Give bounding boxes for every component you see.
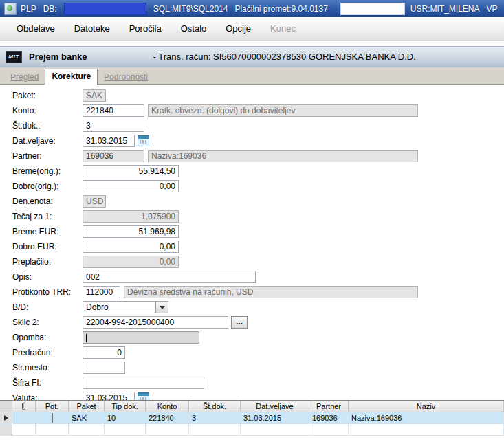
breme-orig-label: Breme(orig.): xyxy=(12,166,83,176)
attachment-column-header[interactable] xyxy=(12,401,36,412)
dobro-eur-field[interactable]: 0,00 xyxy=(83,241,179,253)
titlebar-extra: VP xyxy=(487,4,498,14)
konto-label: Konto: xyxy=(12,106,83,115)
sql-label: SQL:MIT9\SQL2014 xyxy=(153,4,228,14)
preplacilo-label: Preplačilo: xyxy=(12,257,83,267)
col-header-pot[interactable]: Pot. xyxy=(36,401,69,412)
breme-orig-field[interactable]: 55.914,50 xyxy=(83,165,179,177)
field-row-konto: Konto: 221840 Kratk. obvezn. (dolgovi) d… xyxy=(12,103,504,118)
field-row-sifra-fi: Šifra FI: xyxy=(12,375,504,390)
tab-korekture[interactable]: Korekture xyxy=(45,69,98,85)
db-label: DB: xyxy=(43,4,57,14)
protikonto-field[interactable]: 112000 xyxy=(83,286,120,298)
field-row-sklic2: Sklic 2: 22004-994-2015000400 ... xyxy=(12,315,504,330)
sifra-fi-label: Šifra FI: xyxy=(12,378,83,388)
partner-field: 169036 xyxy=(83,150,144,162)
mit-logo-icon: MIT xyxy=(6,51,22,63)
tab-pregled: Pregled xyxy=(4,70,45,84)
preplacilo-field: 0,00 xyxy=(83,256,179,268)
sklic2-browse-button[interactable]: ... xyxy=(231,316,248,329)
cell-pot[interactable] xyxy=(36,412,69,424)
cell-st-dok[interactable]: 3 xyxy=(189,412,241,424)
breme-eur-label: Breme EUR: xyxy=(12,227,83,236)
menu-ostalo[interactable]: Ostalo xyxy=(174,21,214,36)
st-dok-label: Št.dok.: xyxy=(12,121,83,131)
chevron-down-icon xyxy=(160,306,165,309)
col-header-partner[interactable]: Partner xyxy=(309,401,349,412)
cell-tip-dok[interactable]: 10 xyxy=(105,412,146,424)
tecaj-label: Tečaj za 1: xyxy=(12,212,83,221)
str-mesto-field[interactable] xyxy=(83,362,125,374)
promet-label: Plačilni promet:9.04.0137 xyxy=(234,4,327,14)
korekture-form: Paket: SAK Konto: 221840 Kratk. obvezn. … xyxy=(0,85,504,403)
sklic2-label: Sklic 2: xyxy=(12,318,83,327)
opis-field[interactable]: 002 xyxy=(83,271,256,283)
redacted-box xyxy=(340,3,405,15)
paket-field: SAK xyxy=(83,89,106,102)
bd-dropdown[interactable]: Dobro xyxy=(83,301,168,313)
col-header-dat-veljave[interactable]: Dat.veljave xyxy=(241,401,309,412)
field-row-opomba: Opomba: xyxy=(12,330,504,345)
paket-label: Paket: xyxy=(12,91,83,100)
cell-naziv[interactable]: Naziva:169036 xyxy=(349,412,504,424)
app-icon xyxy=(4,3,17,15)
title-bar: PLP DB: SQL:MIT9\SQL2014 Plačilni promet… xyxy=(0,0,504,17)
table-row[interactable]: SAK 10 221840 3 31.03.2015 169036 Naziva… xyxy=(0,412,504,424)
dobro-orig-field[interactable]: 0,00 xyxy=(83,180,179,192)
menu-datoteke[interactable]: Datoteke xyxy=(67,21,117,36)
protikonto-description: Devizna sredstva na računih, USD xyxy=(124,286,418,298)
field-row-breme-eur: Breme EUR: 51.969,98 xyxy=(12,224,504,239)
app-name: PLP xyxy=(21,4,36,14)
cell-paket[interactable]: SAK xyxy=(69,412,105,424)
field-row-tecaj: Tečaj za 1: 1,075900 xyxy=(12,209,504,224)
documents-grid: Pot. Paket Tip dok. Konto Št.dok. Dat.ve… xyxy=(0,400,504,444)
calendar-icon[interactable] xyxy=(138,135,149,146)
col-header-paket[interactable]: Paket xyxy=(69,401,105,412)
protikonto-label: Protikonto TRR: xyxy=(12,287,83,297)
bd-selected-value: Dobro xyxy=(86,302,109,312)
opomba-label: Opomba: xyxy=(12,333,83,342)
field-row-predracun: Predračun: 0 xyxy=(12,345,504,360)
db-value-redacted xyxy=(64,3,146,15)
cell-partner[interactable]: 169036 xyxy=(309,412,349,424)
menu-porocila[interactable]: Poročila xyxy=(122,21,168,36)
col-header-tip-dok[interactable]: Tip dok. xyxy=(105,401,146,412)
dat-veljave-label: Dat.veljave: xyxy=(12,136,83,146)
field-row-bd: B/D: Dobro xyxy=(12,300,504,315)
col-header-st-dok[interactable]: Št.dok. xyxy=(189,401,241,412)
field-row-den-enota: Den.enota: USD xyxy=(12,194,504,209)
menu-opcije[interactable]: Opcije xyxy=(219,21,258,36)
dat-veljave-field[interactable]: 31.03.2015 xyxy=(83,135,135,147)
sklic2-field[interactable]: 22004-994-2015000400 xyxy=(83,316,228,329)
predracun-label: Predračun: xyxy=(12,348,83,357)
field-row-partner: Partner: 169036 Naziva:169036 xyxy=(12,148,504,164)
den-enota-label: Den.enota: xyxy=(12,197,83,206)
paperclip-icon xyxy=(21,402,27,411)
partner-label: Partner: xyxy=(12,151,83,161)
st-dok-field[interactable]: 3 xyxy=(83,120,144,132)
dobro-eur-label: Dobro EUR: xyxy=(12,242,83,252)
field-row-opis: Opis: 002 xyxy=(12,269,504,285)
col-header-naziv[interactable]: Naziv xyxy=(349,401,504,412)
col-header-konto[interactable]: Konto xyxy=(146,401,189,412)
pot-checkbox[interactable] xyxy=(52,413,53,423)
cell-dat-veljave[interactable]: 31.03.2015 xyxy=(241,412,309,424)
partner-description: Naziva:169036 xyxy=(148,150,418,162)
field-row-protikonto: Protikonto TRR: 112000 Devizna sredstva … xyxy=(12,285,504,300)
opis-label: Opis: xyxy=(12,272,83,282)
str-mesto-label: Str.mesto: xyxy=(12,363,83,373)
opomba-field[interactable] xyxy=(83,331,199,344)
field-row-str-mesto: Str.mesto: xyxy=(12,360,504,375)
trans-account-subtitle: - Trans. račun: SI56070000002378530 GORE… xyxy=(153,52,416,62)
predracun-field[interactable]: 0 xyxy=(83,346,125,359)
page-title: Prejem banke xyxy=(29,52,87,62)
tab-strip: Pregled Korekture Podrobnosti xyxy=(0,67,504,85)
field-row-dobro-orig: Dobro(orig.): 0,00 xyxy=(12,179,504,194)
breme-eur-field[interactable]: 51.969,98 xyxy=(83,225,179,238)
cell-attachment xyxy=(12,412,36,424)
konto-field[interactable]: 221840 xyxy=(83,104,144,117)
cell-konto[interactable]: 221840 xyxy=(146,412,189,424)
sifra-fi-field[interactable] xyxy=(83,377,204,389)
menu-obdelave[interactable]: Obdelave xyxy=(10,21,62,36)
dropdown-button[interactable] xyxy=(155,302,168,313)
